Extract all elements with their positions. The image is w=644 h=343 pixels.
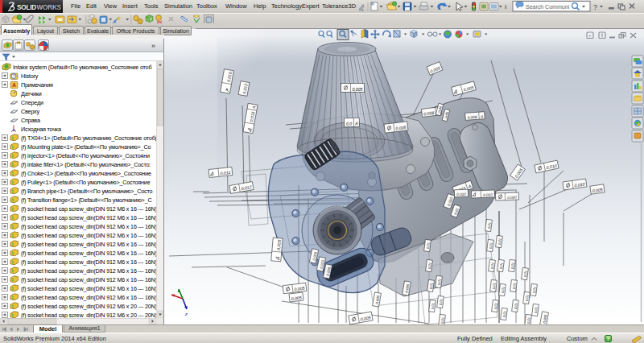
svg-text:(f) Choke<1> (Default<<По умо: (f) Choke<1> (Default<<По умолчанию>_Сос… bbox=[21, 170, 151, 177]
svg-text:SOLID: SOLID bbox=[17, 4, 36, 11]
svg-text:WORKS: WORKS bbox=[37, 4, 62, 11]
svg-text:(f) TX04<1> (Default<По умолч: (f) TX04<1> (Default<По умолчанию_Состоя… bbox=[21, 134, 156, 142]
svg-text:(f) Pulley<1> (Default<<По ум: (f) Pulley<1> (Default<<По умолчанию>_Со… bbox=[21, 179, 151, 186]
svg-text:Intake system (Default<По умо: Intake system (Default<По умолчанию_Сост… bbox=[13, 64, 151, 71]
svg-text:(f) socket head cap screw_din(: (f) socket head cap screw_din(DIN 912 M6… bbox=[21, 205, 156, 213]
svg-text:0,01: 0,01 bbox=[440, 317, 445, 324]
svg-text:0,01: 0,01 bbox=[487, 222, 492, 229]
svg-text:(f) Branch pipe<1> (Default<<: (f) Branch pipe<1> (Default<<По умолчани… bbox=[21, 188, 152, 195]
svg-text:(f) socket head cap screw_din(: (f) socket head cap screw_din(DIN 912 M6… bbox=[21, 258, 156, 266]
svg-text:0,010: 0,010 bbox=[456, 192, 466, 196]
svg-text:+: + bbox=[588, 33, 592, 38]
svg-text:0,010: 0,010 bbox=[483, 192, 493, 196]
svg-text:(f) socket head cap screw_din(: (f) socket head cap screw_din(DIN 912 M6… bbox=[21, 285, 156, 292]
svg-text:0,005: 0,005 bbox=[352, 87, 362, 92]
svg-text:0,01: 0,01 bbox=[497, 238, 502, 246]
svg-text:Исходная точка: Исходная точка bbox=[21, 126, 61, 133]
svg-text:0,008: 0,008 bbox=[468, 115, 477, 120]
svg-text:(f) socket head cap screw_din(: (f) socket head cap screw_din(DIN 912 M6… bbox=[21, 303, 156, 310]
svg-text:(f) socket head cap screw_din(: (f) socket head cap screw_din(DIN 912 M6… bbox=[21, 232, 156, 239]
svg-text:(f) socket head cap screw_din(: (f) socket head cap screw_din(DIN 912 M6… bbox=[21, 241, 156, 248]
svg-text:(f) socket head cap screw_din(: (f) socket head cap screw_din(DIN 912 M6… bbox=[21, 214, 156, 221]
svg-text:(f) Transition flange<1> (Def: (f) Transition flange<1> (Default<<По ум… bbox=[21, 196, 151, 204]
svg-text:A: A bbox=[354, 121, 358, 126]
svg-text:0,01: 0,01 bbox=[489, 242, 493, 250]
svg-text:0,01: 0,01 bbox=[426, 242, 431, 250]
svg-text:0,01: 0,01 bbox=[512, 283, 517, 290]
svg-text:(f) intake filter<1> (Default: (f) intake filter<1> (Default<<По умолча… bbox=[21, 161, 151, 168]
svg-text:A: A bbox=[12, 82, 16, 88]
svg-text:0,01: 0,01 bbox=[427, 262, 432, 270]
svg-text:0,01: 0,01 bbox=[431, 303, 436, 310]
svg-text:(f) Mounting plate<1> (Defaul: (f) Mounting plate<1> (Default<<По умолч… bbox=[21, 143, 151, 151]
svg-text:?: ? bbox=[593, 3, 597, 11]
svg-text:z: z bbox=[184, 312, 188, 316]
svg-text:I: I bbox=[505, 3, 506, 10]
svg-text:0,01: 0,01 bbox=[534, 307, 539, 314]
svg-text:(f) socket head cap screw_din(: (f) socket head cap screw_din(DIN 912 M6… bbox=[21, 294, 156, 301]
svg-text:0,01: 0,01 bbox=[525, 295, 530, 302]
svg-text:(f) socket head cap screw_din(: (f) socket head cap screw_din(DIN 912 M6… bbox=[21, 250, 156, 257]
svg-text:0,0: 0,0 bbox=[346, 121, 353, 126]
svg-text:0,01: 0,01 bbox=[501, 287, 506, 294]
svg-text:A: A bbox=[480, 114, 483, 118]
svg-text:0,01: 0,01 bbox=[499, 262, 504, 270]
svg-text:History: History bbox=[21, 72, 39, 80]
svg-text:0,01: 0,01 bbox=[526, 317, 531, 324]
svg-text:0,01: 0,01 bbox=[439, 299, 444, 306]
svg-text:0,01: 0,01 bbox=[492, 283, 497, 290]
svg-text:(f) injector<1> (Default<<По: (f) injector<1> (Default<<По умолчанию>_… bbox=[21, 152, 150, 159]
svg-text:0,01: 0,01 bbox=[437, 279, 442, 286]
svg-text:Справа: Справа bbox=[21, 117, 40, 124]
svg-text:0,01: 0,01 bbox=[502, 311, 507, 318]
svg-text:0,01: 0,01 bbox=[514, 303, 518, 310]
svg-text:(f) socket head cap screw_din(: (f) socket head cap screw_din(DIN 912 M6… bbox=[21, 267, 156, 275]
svg-text:Примечания: Примечания bbox=[21, 81, 53, 89]
svg-text:0,01: 0,01 bbox=[429, 283, 434, 290]
svg-text:0,01: 0,01 bbox=[532, 287, 537, 294]
svg-text:(f) socket head cap screw_din(: (f) socket head cap screw_din(DIN 912 M6… bbox=[21, 223, 156, 230]
svg-text:0,01: 0,01 bbox=[493, 303, 498, 310]
svg-text:0,01: 0,01 bbox=[510, 262, 515, 270]
svg-text:0,020: 0,020 bbox=[507, 195, 517, 199]
svg-text:0,01: 0,01 bbox=[490, 262, 495, 270]
svg-text:Спереди: Спереди bbox=[21, 99, 43, 106]
svg-text:Сверху: Сверху bbox=[21, 108, 40, 115]
svg-text:0,01: 0,01 bbox=[523, 271, 528, 278]
svg-text:»: » bbox=[151, 42, 155, 50]
svg-text:0,016: 0,016 bbox=[276, 239, 282, 250]
svg-text:Search Communi: Search Communi bbox=[526, 4, 570, 10]
svg-text:(f) socket head cap screw_din(: (f) socket head cap screw_din(DIN 912 M6… bbox=[21, 276, 156, 283]
svg-text:Датчики: Датчики bbox=[21, 90, 42, 97]
